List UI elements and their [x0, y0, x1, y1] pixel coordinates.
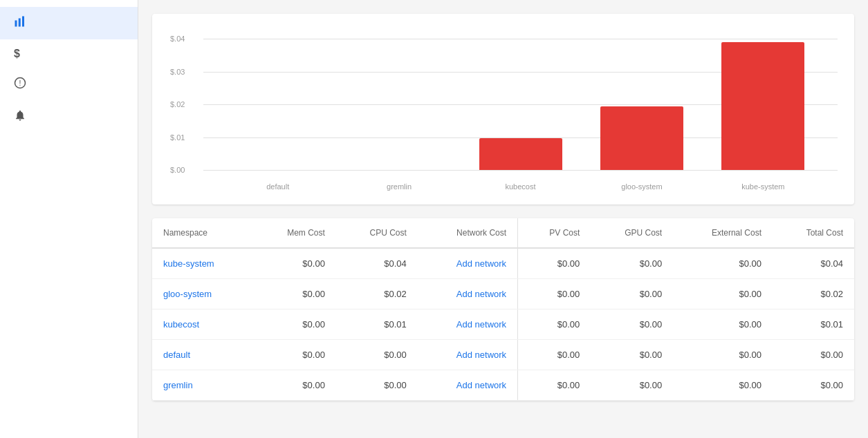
bar-kubecost	[460, 138, 581, 170]
x-label-default: default	[217, 182, 338, 191]
notifications-icon	[14, 109, 26, 125]
cell-external-cost: $0.00	[673, 248, 773, 279]
table-header: Namespace Mem Cost CPU Cost Network Cost…	[152, 218, 854, 248]
y-label-1: $.01	[170, 133, 185, 142]
namespace-link[interactable]: kube-system	[163, 258, 214, 269]
cell-total-cost: $0.00	[773, 340, 854, 370]
cell-pv-cost: $0.00	[518, 310, 591, 340]
cell-network-cost: Add network	[418, 370, 518, 401]
cell-pv-cost: $0.00	[518, 370, 591, 401]
x-label-gremlin: gremlin	[338, 182, 459, 191]
svg-text:!: !	[19, 79, 21, 87]
cell-mem-cost: $0.00	[253, 370, 336, 401]
x-labels: default gremlin kubecost gloo-system kub…	[203, 170, 838, 191]
add-network-link[interactable]: Add network	[456, 380, 506, 390]
table-row: kubecost$0.00$0.01Add network$0.00$0.00$…	[152, 310, 854, 340]
cell-network-cost: Add network	[418, 279, 518, 310]
cell-cpu-cost: $0.00	[336, 340, 418, 370]
cell-cpu-cost: $0.04	[336, 248, 418, 279]
col-header-total-cost: Total Cost	[773, 218, 854, 248]
sidebar-item-health[interactable]: !	[0, 68, 138, 101]
col-header-network-cost: Network Cost	[418, 218, 518, 248]
cell-namespace: gloo-system	[152, 279, 253, 310]
savings-icon: $	[14, 48, 20, 60]
cell-namespace: kube-system	[152, 248, 253, 279]
bar-kubecost-rect	[479, 138, 562, 170]
cell-gpu-cost: $0.00	[591, 279, 673, 310]
cost-table: Namespace Mem Cost CPU Cost Network Cost…	[152, 218, 854, 401]
sidebar-item-savings[interactable]: $	[0, 39, 138, 68]
bars-area	[203, 39, 838, 170]
y-label-0: $.00	[170, 166, 185, 174]
cell-gpu-cost: $0.00	[591, 340, 673, 370]
cell-mem-cost: $0.00	[253, 248, 336, 279]
cell-mem-cost: $0.00	[253, 279, 336, 310]
table-row: gloo-system$0.00$0.02Add network$0.00$0.…	[152, 279, 854, 310]
svg-rect-0	[15, 21, 17, 27]
add-network-link[interactable]: Add network	[456, 319, 506, 330]
cell-pv-cost: $0.00	[518, 279, 591, 310]
table-row: default$0.00$0.00Add network$0.00$0.00$0…	[152, 340, 854, 370]
table-card: Namespace Mem Cost CPU Cost Network Cost…	[152, 218, 854, 401]
sidebar: $ !	[0, 0, 138, 438]
cell-total-cost: $0.01	[773, 310, 854, 340]
namespace-link[interactable]: kubecost	[163, 319, 199, 330]
bar-kube-system-rect	[721, 42, 804, 170]
bar-gloo-system-rect	[600, 106, 683, 170]
table-row: gremlin$0.00$0.00Add network$0.00$0.00$0…	[152, 370, 854, 401]
allocation-icon	[14, 15, 26, 31]
y-label-2: $.02	[170, 100, 185, 108]
cell-gpu-cost: $0.00	[591, 248, 673, 279]
cell-network-cost: Add network	[418, 310, 518, 340]
namespace-link[interactable]: default	[163, 350, 190, 360]
col-header-gpu-cost: GPU Cost	[591, 218, 673, 248]
cell-external-cost: $0.00	[673, 310, 773, 340]
col-header-cpu-cost: CPU Cost	[336, 218, 418, 248]
cell-network-cost: Add network	[418, 340, 518, 370]
health-icon: !	[14, 77, 26, 93]
table-row: kube-system$0.00$0.04Add network$0.00$0.…	[152, 248, 854, 279]
cell-mem-cost: $0.00	[253, 310, 336, 340]
cell-gpu-cost: $0.00	[591, 370, 673, 401]
x-label-kubecost: kubecost	[460, 182, 581, 191]
cell-cpu-cost: $0.01	[336, 310, 418, 340]
table-body: kube-system$0.00$0.04Add network$0.00$0.…	[152, 248, 854, 401]
namespace-link[interactable]: gloo-system	[163, 289, 212, 299]
cell-external-cost: $0.00	[673, 279, 773, 310]
x-label-gloo-system: gloo-system	[581, 182, 702, 191]
main-content: $.04 $.03 $.02 $.01 $.00	[138, 0, 868, 438]
namespace-link[interactable]: gremlin	[163, 380, 193, 390]
svg-rect-2	[22, 17, 24, 27]
sidebar-item-notifications[interactable]	[0, 101, 138, 133]
cell-cpu-cost: $0.00	[336, 370, 418, 401]
svg-rect-1	[19, 19, 21, 27]
add-network-link[interactable]: Add network	[456, 289, 506, 299]
cell-gpu-cost: $0.00	[591, 310, 673, 340]
col-header-mem-cost: Mem Cost	[253, 218, 336, 248]
cell-namespace: kubecost	[152, 310, 253, 340]
cell-total-cost: $0.00	[773, 370, 854, 401]
cell-pv-cost: $0.00	[518, 340, 591, 370]
cell-external-cost: $0.00	[673, 370, 773, 401]
bar-kube-system	[703, 42, 824, 170]
add-network-link[interactable]: Add network	[456, 350, 506, 360]
cell-total-cost: $0.04	[773, 248, 854, 279]
cell-namespace: default	[152, 340, 253, 370]
col-header-external-cost: External Cost	[673, 218, 773, 248]
chart-card: $.04 $.03 $.02 $.01 $.00	[152, 14, 854, 204]
bar-gloo-system	[581, 106, 702, 170]
cell-external-cost: $0.00	[673, 340, 773, 370]
add-network-link[interactable]: Add network	[456, 258, 506, 269]
y-label-3: $.03	[170, 68, 185, 76]
sidebar-item-allocation[interactable]	[0, 7, 138, 39]
col-header-pv-cost: PV Cost	[518, 218, 591, 248]
cell-mem-cost: $0.00	[253, 340, 336, 370]
bar-chart: $.04 $.03 $.02 $.01 $.00	[169, 39, 838, 191]
cell-network-cost: Add network	[418, 248, 518, 279]
cell-pv-cost: $0.00	[518, 248, 591, 279]
cell-namespace: gremlin	[152, 370, 253, 401]
cell-total-cost: $0.02	[773, 279, 854, 310]
x-label-kube-system: kube-system	[703, 182, 824, 191]
y-label-4: $.04	[170, 35, 185, 43]
cell-cpu-cost: $0.02	[336, 279, 418, 310]
